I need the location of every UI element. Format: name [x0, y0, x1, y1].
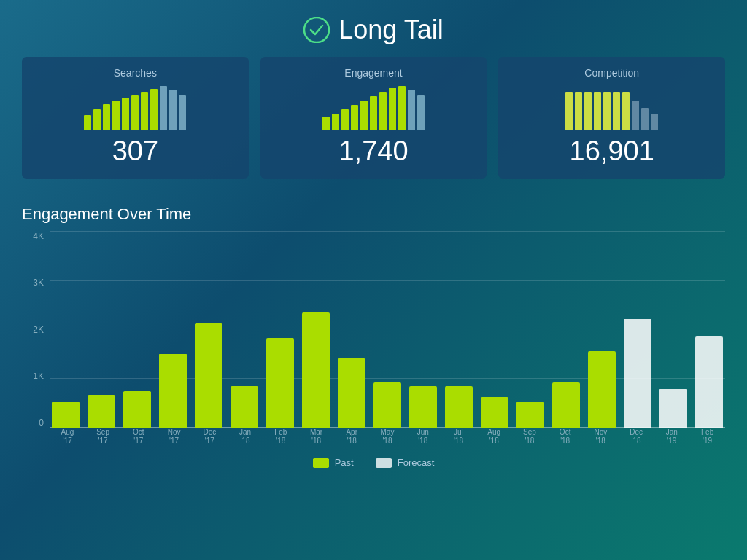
bar-group — [371, 231, 404, 428]
metric-bar — [169, 90, 177, 130]
metric-bar — [641, 108, 649, 130]
check-circle-icon — [303, 17, 330, 43]
header: Long Tail — [0, 0, 747, 57]
metric-card-searches: Searches307 — [22, 57, 249, 179]
chart-bar-past — [302, 312, 330, 428]
chart-area: 01K2K3K4K Aug'17Sep'17Oct'17Nov'17Dec'17… — [0, 231, 747, 450]
metric-bar — [575, 92, 582, 130]
metric-card-competition: Competition16,901 — [498, 57, 725, 179]
x-label: Jul'18 — [441, 428, 476, 446]
past-label: Past — [335, 457, 354, 468]
chart-bar-past — [159, 354, 187, 428]
metric-value-searches: 307 — [112, 136, 158, 167]
chart-bar-forecast — [624, 319, 651, 428]
chart-bar-past — [266, 338, 294, 428]
x-label: Feb'19 — [689, 428, 725, 446]
legend-forecast: Forecast — [376, 457, 435, 468]
bar-group — [336, 231, 368, 428]
chart-bar-past — [409, 386, 437, 428]
metric-bar — [332, 114, 339, 130]
chart-bar-past — [552, 382, 580, 428]
chart-bar-past — [52, 402, 80, 428]
bar-group — [157, 231, 190, 428]
metric-bar — [370, 96, 377, 130]
metric-bar — [603, 92, 611, 130]
metric-bars-competition — [565, 86, 658, 130]
chart-bar-past — [588, 351, 616, 428]
chart-title: Engagement Over Time — [0, 193, 747, 224]
metric-bar — [417, 95, 425, 130]
chart-bar-past — [374, 382, 401, 428]
svg-point-0 — [304, 18, 329, 42]
x-label: Dec'18 — [619, 428, 654, 446]
metric-bar — [141, 92, 148, 130]
x-label: Feb'18 — [263, 428, 298, 446]
y-axis: 01K2K3K4K — [22, 231, 44, 450]
bar-group — [85, 231, 118, 428]
y-label: 1K — [22, 371, 44, 381]
y-label: 3K — [22, 278, 44, 288]
metric-bar — [179, 95, 186, 130]
bar-group — [121, 231, 154, 428]
x-label: May'18 — [370, 428, 406, 446]
bar-group — [442, 231, 475, 428]
metric-bar — [632, 101, 639, 130]
metric-bar — [160, 86, 167, 130]
metric-bar — [122, 98, 129, 130]
bar-group — [549, 231, 582, 428]
engagement-chart: 01K2K3K4K Aug'17Sep'17Oct'17Nov'17Dec'17… — [22, 231, 725, 450]
metric-label-searches: Searches — [114, 67, 157, 79]
bar-group — [478, 231, 511, 428]
metric-bars-searches — [84, 86, 186, 130]
bar-group — [621, 231, 654, 428]
x-label: Oct'18 — [547, 428, 583, 446]
metric-bar — [112, 101, 120, 130]
metric-bar — [379, 92, 387, 130]
chart-bar-past — [88, 395, 115, 428]
metric-bar — [93, 109, 101, 130]
metric-card-engagement: Engagement1,740 — [260, 57, 487, 179]
metric-label-engagement: Engagement — [344, 67, 402, 79]
metric-bar — [351, 105, 358, 130]
chart-bar-past — [338, 358, 365, 428]
metric-bar — [651, 114, 658, 130]
metric-bar — [84, 115, 91, 130]
bar-group — [228, 231, 261, 428]
metric-value-engagement: 1,740 — [338, 136, 408, 167]
metric-bar — [398, 86, 406, 130]
metric-bar — [622, 92, 630, 130]
bar-group — [657, 231, 689, 428]
x-label: Oct'17 — [120, 428, 156, 446]
metric-bar — [103, 104, 110, 130]
legend-past: Past — [313, 457, 354, 468]
x-labels: Aug'17Sep'17Oct'17Nov'17Dec'17Jan'18Feb'… — [50, 428, 725, 450]
metric-label-competition: Competition — [584, 67, 639, 79]
metric-bar — [360, 101, 368, 130]
metric-bar — [408, 90, 415, 130]
bar-group — [300, 231, 333, 428]
x-label: Sep'17 — [85, 428, 121, 446]
x-label: Aug'17 — [50, 428, 85, 446]
forecast-label: Forecast — [398, 457, 435, 468]
metric-bar — [565, 92, 573, 130]
metrics-row: Searches307Engagement1,740Competition16,… — [0, 57, 747, 179]
metric-bar — [389, 88, 396, 130]
metric-bar — [613, 92, 620, 130]
bars-wrapper — [50, 231, 725, 428]
bar-group — [193, 231, 225, 428]
bar-group — [264, 231, 297, 428]
x-label: Nov'18 — [583, 428, 619, 446]
chart-bar-forecast — [659, 389, 687, 428]
metric-bars-engagement — [322, 86, 425, 130]
x-label: Sep'18 — [512, 428, 548, 446]
x-label: Jun'18 — [405, 428, 441, 446]
chart-bar-past — [231, 386, 258, 428]
chart-legend: Past Forecast — [0, 450, 747, 468]
metric-bar — [341, 109, 349, 130]
y-label: 0 — [22, 418, 44, 428]
chart-bar-forecast — [695, 336, 723, 428]
chart-bar-past — [195, 323, 222, 428]
metric-bar — [584, 92, 592, 130]
metric-bar — [150, 89, 158, 130]
bar-group — [50, 231, 82, 428]
